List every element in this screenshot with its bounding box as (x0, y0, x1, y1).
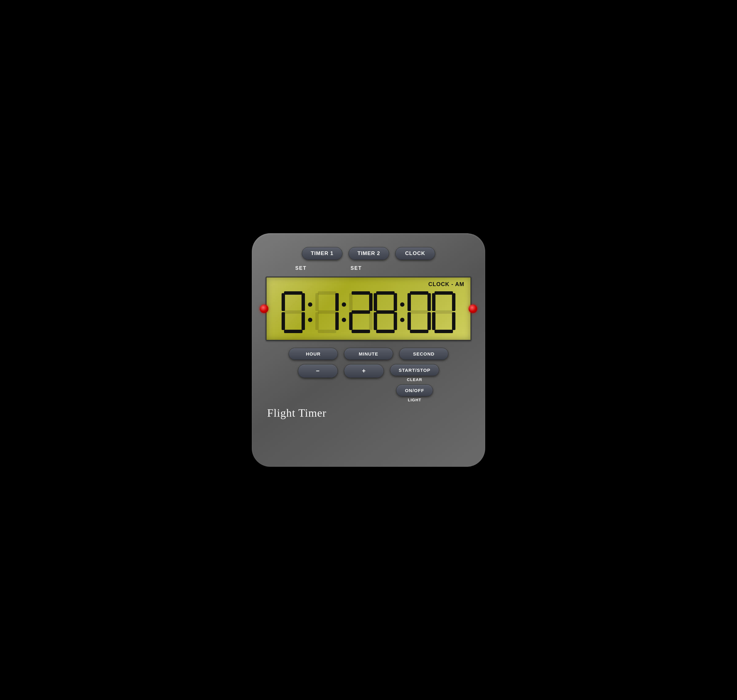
svg-rect-28 (376, 310, 395, 314)
led-indicator-right (468, 304, 477, 313)
svg-point-8 (308, 318, 312, 322)
svg-rect-24 (352, 330, 370, 333)
led-indicator-left (260, 304, 269, 313)
svg-rect-0 (284, 291, 302, 295)
svg-rect-4 (282, 312, 285, 330)
svg-rect-12 (318, 310, 336, 314)
time-display (273, 289, 464, 335)
set-labels-row: SET SET (264, 266, 473, 271)
svg-rect-2 (302, 293, 305, 311)
digit-3 (373, 291, 398, 334)
svg-point-32 (400, 302, 404, 307)
hour-button[interactable]: HOUR (289, 348, 338, 360)
brand-row: Flight Timer (264, 407, 473, 419)
svg-rect-42 (432, 293, 435, 311)
svg-point-16 (342, 302, 346, 307)
digit-4 (407, 291, 432, 334)
svg-rect-14 (335, 312, 339, 330)
svg-rect-46 (452, 312, 455, 330)
light-label: LIGHT (408, 398, 421, 402)
colon-2 (339, 291, 348, 334)
plus-button[interactable]: + (344, 364, 384, 378)
svg-rect-22 (349, 312, 352, 330)
right-column: START/STOP CLEAR ON/OFF LIGHT (390, 364, 439, 402)
minute-button[interactable]: MINUTE (344, 348, 393, 360)
svg-rect-43 (452, 293, 455, 311)
svg-rect-41 (435, 291, 453, 295)
svg-point-7 (308, 302, 312, 307)
colon-3 (398, 291, 407, 334)
minus-button[interactable]: − (298, 364, 338, 378)
svg-rect-1 (282, 293, 285, 311)
svg-rect-37 (410, 310, 429, 314)
svg-rect-5 (302, 312, 305, 330)
svg-rect-39 (427, 312, 431, 330)
svg-rect-30 (394, 312, 397, 330)
svg-rect-36 (427, 293, 431, 311)
svg-rect-21 (352, 310, 370, 314)
svg-point-33 (400, 318, 404, 322)
svg-rect-13 (316, 312, 319, 330)
svg-point-17 (342, 318, 346, 322)
set-label-1: SET (281, 266, 321, 271)
digit-5 (432, 291, 456, 334)
timer2-button[interactable]: TIMER 2 (348, 247, 389, 260)
svg-rect-31 (376, 330, 395, 333)
digit-0 (281, 291, 305, 334)
svg-rect-40 (410, 330, 429, 333)
flight-timer-device: TIMER 1 TIMER 2 CLOCK SET SET CLOCK - AM (252, 233, 485, 467)
btn-row-1: HOUR MINUTE SECOND (264, 348, 473, 360)
btn-row-2: − + START/STOP CLEAR ON/OFF LIGHT (264, 364, 473, 402)
svg-rect-47 (435, 330, 453, 333)
svg-rect-9 (318, 291, 336, 295)
lcd-display: CLOCK - AM (266, 276, 471, 341)
start-stop-button[interactable]: START/STOP (390, 364, 439, 376)
brand-label: Flight Timer (267, 407, 326, 419)
svg-rect-27 (394, 293, 397, 311)
svg-rect-18 (352, 291, 370, 295)
svg-rect-23 (369, 312, 373, 330)
svg-rect-35 (408, 293, 411, 311)
svg-rect-6 (284, 330, 302, 333)
svg-rect-34 (410, 291, 429, 295)
svg-rect-10 (316, 293, 319, 311)
svg-rect-11 (335, 293, 339, 311)
colon-1 (305, 291, 315, 334)
svg-rect-38 (408, 312, 411, 330)
svg-rect-25 (376, 291, 395, 295)
svg-rect-29 (374, 312, 377, 330)
clear-label: CLEAR (407, 377, 422, 382)
svg-rect-20 (369, 293, 373, 311)
on-off-button[interactable]: ON/OFF (396, 384, 433, 396)
mode-label: CLOCK - AM (273, 281, 464, 288)
svg-rect-19 (349, 293, 352, 311)
svg-rect-45 (432, 312, 435, 330)
svg-rect-15 (318, 330, 336, 333)
timer1-button[interactable]: TIMER 1 (302, 247, 342, 260)
digit-1 (315, 291, 339, 334)
clock-button[interactable]: CLOCK (395, 247, 435, 260)
svg-rect-44 (435, 310, 453, 314)
top-buttons-row: TIMER 1 TIMER 2 CLOCK (264, 247, 473, 260)
set-label-2: SET (336, 266, 376, 271)
digit-2 (348, 291, 373, 334)
svg-rect-3 (284, 310, 302, 314)
svg-rect-26 (374, 293, 377, 311)
bottom-controls: HOUR MINUTE SECOND − + START/STOP CLEAR … (264, 348, 473, 419)
second-button[interactable]: SECOND (399, 348, 448, 360)
